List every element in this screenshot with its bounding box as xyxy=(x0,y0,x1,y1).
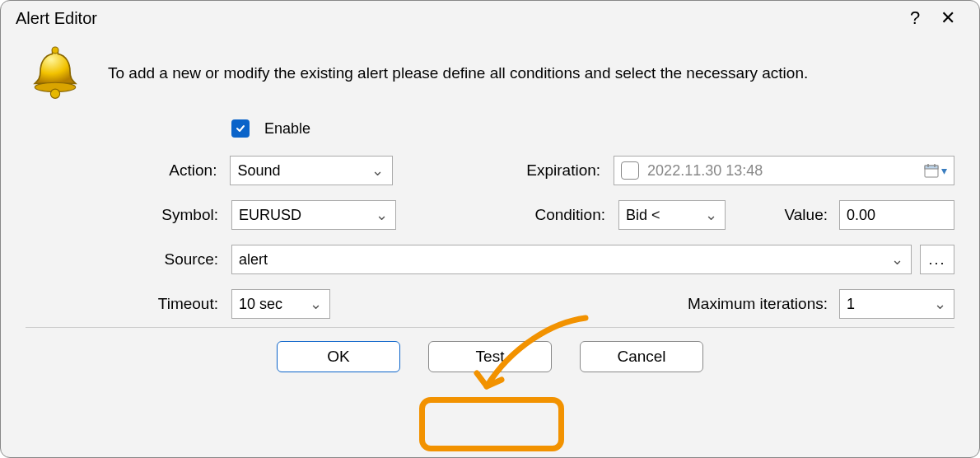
alert-editor-window: Alert Editor ? ✕ To add a new or modify … xyxy=(0,0,980,458)
condition-label: Condition: xyxy=(520,206,610,224)
timeout-select[interactable]: 10 sec ⌄ xyxy=(231,289,330,319)
max-iter-label: Maximum iterations: xyxy=(688,295,831,313)
window-title: Alert Editor xyxy=(16,9,898,28)
svg-rect-4 xyxy=(925,166,938,169)
expiration-field[interactable]: 2022.11.30 13:48 ▾ xyxy=(614,156,954,185)
timeout-label: Timeout: xyxy=(133,295,223,313)
source-select[interactable]: alert ⌄ xyxy=(231,245,912,274)
expiration-label: Expiration: xyxy=(516,161,605,180)
annotation-highlight xyxy=(419,397,564,451)
chevron-down-icon: ⌄ xyxy=(371,161,385,180)
action-label: Action: xyxy=(133,161,222,180)
bell-icon xyxy=(26,44,85,103)
svg-point-1 xyxy=(50,89,59,98)
browse-button[interactable]: ... xyxy=(920,245,954,274)
max-iter-select[interactable]: 1 ⌄ xyxy=(839,289,954,319)
condition-select[interactable]: Bid < ⌄ xyxy=(618,200,726,230)
help-icon[interactable]: ? xyxy=(898,7,931,29)
close-icon[interactable]: ✕ xyxy=(931,7,964,29)
test-button[interactable]: Test xyxy=(428,341,552,372)
intro-text: To add a new or modify the existing aler… xyxy=(108,64,808,82)
svg-point-2 xyxy=(52,47,58,54)
symbol-label: Symbol: xyxy=(133,206,223,224)
dialog-content: To add a new or modify the existing aler… xyxy=(1,29,979,372)
symbol-select[interactable]: EURUSD ⌄ xyxy=(231,200,396,230)
chevron-down-icon: ⌄ xyxy=(932,295,947,313)
chevron-down-icon: ⌄ xyxy=(703,206,718,224)
chevron-down-icon: ⌄ xyxy=(889,250,904,269)
chevron-down-icon: ⌄ xyxy=(374,206,389,224)
ok-button[interactable]: OK xyxy=(277,341,400,372)
chevron-down-icon: ⌄ xyxy=(308,295,323,313)
date-dropdown-icon: ▾ xyxy=(941,164,947,177)
source-label: Source: xyxy=(133,250,223,269)
enable-label: Enable xyxy=(264,120,310,138)
action-select[interactable]: Sound ⌄ xyxy=(230,156,392,185)
separator xyxy=(26,327,954,328)
button-row: OK Test Cancel xyxy=(26,341,954,372)
calendar-icon xyxy=(923,162,940,179)
title-bar: Alert Editor ? ✕ xyxy=(1,1,979,29)
cancel-button[interactable]: Cancel xyxy=(580,341,703,372)
value-input[interactable]: 0.00 xyxy=(839,200,954,230)
expiration-checkbox[interactable] xyxy=(621,161,639,180)
enable-checkbox[interactable] xyxy=(231,119,250,138)
value-label: Value: xyxy=(785,206,831,224)
